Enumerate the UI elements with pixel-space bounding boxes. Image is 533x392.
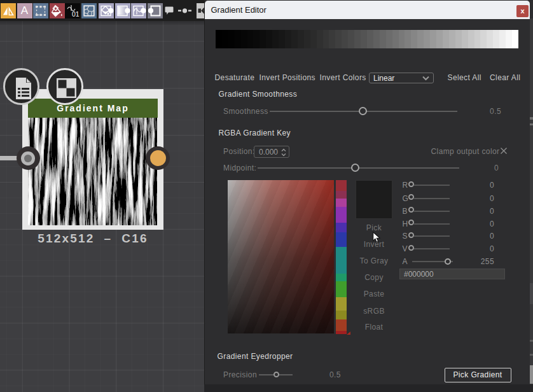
svg-text:01: 01 xyxy=(72,10,80,18)
